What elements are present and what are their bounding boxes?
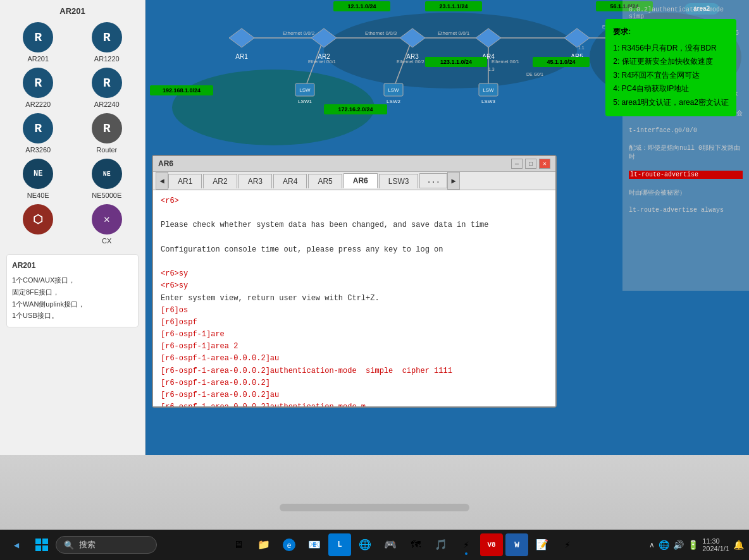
taskbar-app-game[interactable]: 🎮	[379, 533, 402, 556]
svg-rect-65	[42, 545, 48, 551]
right-panel-line-14: 配域：即使是指向null 0那段下发路由时	[629, 143, 743, 161]
maximize-button[interactable]: □	[525, 159, 536, 169]
terminal-line-check: Please check whether system data has bee…	[161, 221, 488, 229]
minimize-button[interactable]: —	[511, 159, 523, 169]
device-item-ar2240[interactable]: R AR2240	[75, 68, 139, 108]
taskbar-search-box[interactable]: 🔍 搜索	[56, 536, 157, 554]
tab-ar1[interactable]: AR1	[168, 174, 202, 188]
taskbar-apps: 🖥 📁 e 📧 L 🌐 🎮 🗺 🎵 ⚡ V8 W 📝 ⚡	[159, 533, 647, 556]
device-item-ar1220[interactable]: R AR1220	[75, 22, 139, 63]
taskbar: ◀ 🔍 搜索 🖥 📁 e 📧 L 🌐 🎮 🗺 🎵 ⚡ V8 W	[0, 530, 749, 560]
device-icon-router: R	[92, 113, 122, 143]
taskbar-app-browser[interactable]: 🌐	[354, 533, 376, 556]
svg-rect-62	[35, 539, 41, 544]
taskbar-app-v8[interactable]: V8	[480, 533, 503, 556]
taskbar-app-terminal[interactable]: ⚡	[556, 533, 579, 556]
terminal-title: AR6	[158, 159, 507, 168]
device-item-router[interactable]: R Router	[75, 113, 139, 154]
taskbar-app-store[interactable]: L	[328, 533, 351, 556]
right-panel-line-13	[629, 135, 743, 142]
device-item-ar-special[interactable]: ⬡	[6, 204, 70, 245]
svg-point-1	[324, 13, 577, 88]
right-panel-line-16-red: lt-route-advertise	[629, 171, 743, 179]
close-button[interactable]: ✕	[539, 159, 550, 169]
device-item-cx[interactable]: ✕ CX	[75, 204, 139, 245]
terminal-titlebar: AR6 — □ ✕	[153, 156, 555, 172]
requirement-1: 1: R3456中只有DR，没有BDR	[613, 42, 729, 56]
svg-text:Ethernet 0/0/2: Ethernet 0/0/2	[283, 30, 315, 36]
device-label-ar1220: AR1220	[94, 55, 120, 63]
device-icon-ar2240: R	[92, 68, 122, 98]
device-label-cx: CX	[102, 237, 111, 245]
laptop-hinge	[280, 504, 469, 511]
svg-text:1.3: 1.3	[488, 67, 495, 71]
taskbar-right-area: ∧ 🌐 🔊 🔋 11:302024/1/1 🔔	[649, 537, 744, 552]
tab-lsw3[interactable]: LSW3	[379, 174, 419, 188]
taskbar-app-mail[interactable]: 📧	[303, 533, 326, 556]
taskbar-app-edge[interactable]: e	[278, 533, 300, 556]
taskbar-browser-back[interactable]: ◀	[5, 533, 28, 556]
right-panel-line-17	[629, 180, 743, 187]
taskbar-app-music[interactable]: 🎵	[430, 533, 452, 556]
requirement-5: 5: area1明文认证，area2密文认证	[613, 96, 729, 110]
taskbar-windows-button[interactable]	[30, 533, 53, 556]
taskbar-app-explorer[interactable]: 📁	[252, 533, 275, 556]
terminal-line-area2: [r6-ospf-1]area 2	[161, 342, 238, 351]
windows-icon	[35, 539, 48, 551]
taskbar-app-desktop[interactable]: 🖥	[227, 533, 250, 556]
svg-text:123.1.1.0/24: 123.1.1.0/24	[440, 59, 472, 65]
tab-ar2[interactable]: AR2	[203, 174, 237, 188]
terminal-window-ar6: AR6 — □ ✕ ◀ AR1 AR2 AR3 AR4 AR5 AR6 LSW3…	[152, 155, 557, 408]
svg-text:LSW: LSW	[299, 87, 311, 93]
svg-text:1.1: 1.1	[578, 46, 585, 50]
right-panel-line-18: 时由哪些会被秘密）	[629, 188, 743, 197]
tab-ar5[interactable]: AR5	[308, 174, 342, 188]
taskbar-chevron-up[interactable]: ∧	[649, 540, 655, 549]
device-item-ar3260[interactable]: R AR3260	[6, 113, 70, 154]
taskbar-battery-icon[interactable]: 🔋	[688, 540, 698, 550]
tab-ar4[interactable]: AR4	[273, 174, 307, 188]
device-item-ne5000e[interactable]: NE NE5000E	[75, 159, 139, 199]
device-info-description: 1个CON/AUX接口， 固定8FE接口， 1个WAN侧uplink接口， 1个…	[12, 274, 133, 322]
device-icon-ne40e: NE	[23, 159, 53, 189]
right-panel-line-1: 0.0.2]authentication-mode simp	[629, 6, 743, 20]
right-panel-line-20: lt-route-advertise always	[629, 207, 743, 214]
right-panel-line-19	[629, 198, 743, 205]
device-info-title: AR201	[12, 260, 133, 272]
device-item-ar201[interactable]: R AR201	[6, 22, 70, 63]
device-icon-ne5000e: NE	[92, 159, 122, 189]
sidebar-title: AR201	[6, 6, 139, 16]
tab-prev-button[interactable]: ◀	[156, 172, 168, 190]
device-item-ar2220[interactable]: R AR2220	[6, 68, 70, 108]
taskbar-volume-icon[interactable]: 🔊	[673, 540, 684, 550]
tab-ar6[interactable]: AR6	[344, 173, 378, 188]
taskbar-notification[interactable]: 🔔	[733, 540, 744, 550]
terminal-content[interactable]: <r6> Please check whether system data ha…	[153, 190, 555, 406]
tab-more-button[interactable]: ...	[419, 173, 447, 188]
taskbar-network-icon[interactable]: 🌐	[659, 540, 669, 550]
requirements-box: 要求: 1: R3456中只有DR，没有BDR 2: 保证更新安全加快收敛速度 …	[605, 19, 736, 116]
device-grid: R AR201 R AR1220 R AR2220 R AR2240 R AR3…	[6, 22, 139, 245]
svg-text:AR1: AR1	[235, 53, 248, 60]
device-icon-cx: ✕	[92, 204, 122, 234]
terminal-line-auth-m: [r6-ospf-1-area-0.0.0.2]authentication-m…	[161, 403, 366, 406]
taskbar-app-vscode[interactable]: ⚡	[455, 533, 478, 556]
terminal-line-os: [r6]os	[161, 306, 188, 315]
device-icon-ar-special: ⬡	[23, 204, 53, 234]
search-label: 搜索	[79, 539, 96, 551]
device-item-ne40e[interactable]: NE NE40E	[6, 159, 70, 199]
svg-text:Ethernet 0/0/1: Ethernet 0/0/1	[438, 30, 470, 36]
device-icon-ar2220: R	[23, 68, 53, 98]
taskbar-app-word[interactable]: W	[505, 533, 528, 556]
tab-next-button[interactable]: ▶	[447, 172, 460, 190]
window-controls: — □ ✕	[511, 159, 550, 169]
taskbar-app-notepad[interactable]: 📝	[531, 533, 554, 556]
taskbar-app-maps[interactable]: 🗺	[404, 533, 427, 556]
main-area: AR1 AR2 AR3 AR4 AR5 AR6 LSW LS	[145, 0, 749, 455]
requirement-3: 3: R4环回不宜告全网可达	[613, 69, 729, 83]
device-label-ar201: AR201	[27, 55, 49, 63]
requirement-4: 4: PC4自动获取IP地址	[613, 82, 729, 96]
svg-text:172.16.2.0/24: 172.16.2.0/24	[338, 106, 373, 113]
taskbar-time: 11:302024/1/1	[702, 537, 729, 552]
tab-ar3[interactable]: AR3	[238, 174, 272, 188]
